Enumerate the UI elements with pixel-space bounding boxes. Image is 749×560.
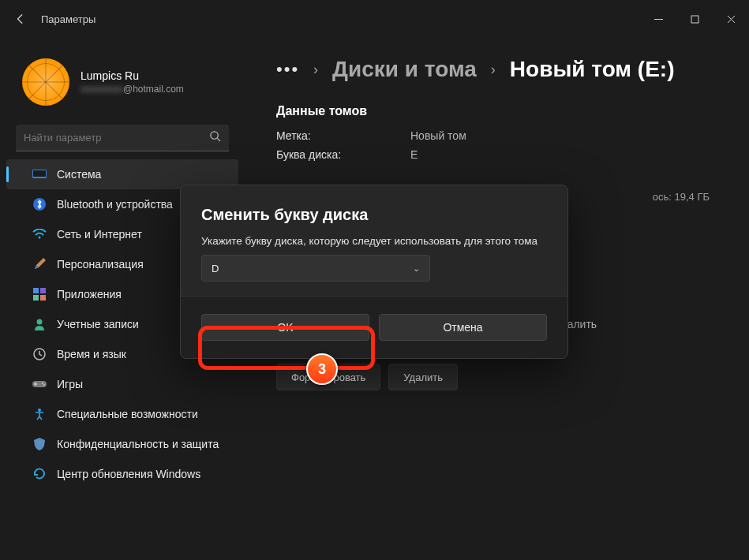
- nav-label: Учетные записи: [35, 318, 139, 330]
- close-button[interactable]: [713, 0, 749, 38]
- titlebar: Параметры: [0, 0, 749, 38]
- clock-icon: [32, 346, 47, 362]
- svg-point-5: [39, 237, 41, 239]
- back-button[interactable]: [14, 13, 27, 25]
- svg-point-13: [42, 383, 43, 384]
- minimize-button[interactable]: [640, 0, 676, 38]
- drive-letter-value: D: [212, 263, 219, 274]
- window-title: Параметры: [41, 13, 95, 25]
- chevron-down-icon: ⌄: [413, 263, 420, 274]
- label-key: Метка:: [276, 129, 363, 142]
- search-box[interactable]: [16, 125, 229, 151]
- breadcrumb: ••• › Диски и тома › Новый том (E:): [276, 57, 717, 82]
- letter-value: E: [410, 148, 418, 161]
- chevron-right-icon: ›: [313, 62, 318, 78]
- svg-point-10: [37, 319, 43, 325]
- dialog-title: Сменить букву диска: [201, 206, 547, 224]
- nav-label: Центр обновления Windows: [35, 468, 200, 480]
- chevron-right-icon: ›: [491, 62, 496, 78]
- svg-rect-3: [33, 170, 46, 177]
- nav-label: Bluetooth и устройства: [35, 198, 173, 211]
- maximize-button[interactable]: [676, 0, 713, 38]
- person-icon: [32, 316, 47, 332]
- breadcrumb-current: Новый том (E:): [510, 57, 675, 82]
- profile-name: Lumpics Ru: [81, 69, 184, 82]
- search-icon: [209, 130, 221, 145]
- nav-label: Приложения: [35, 288, 122, 301]
- drive-letter-select[interactable]: D ⌄: [201, 255, 430, 282]
- change-drive-letter-dialog: Сменить букву диска Укажите букву диска,…: [180, 185, 568, 359]
- nav-label: Конфиденциальность и защита: [35, 438, 219, 450]
- system-icon: [32, 166, 47, 182]
- svg-point-15: [38, 409, 41, 412]
- svg-rect-9: [40, 295, 46, 301]
- apps-icon: [32, 286, 47, 302]
- nav-update[interactable]: Центр обновления Windows: [0, 459, 245, 489]
- shield-icon: [32, 436, 47, 452]
- letter-key: Буква диска:: [276, 148, 363, 161]
- svg-point-1: [211, 132, 218, 139]
- nav-label: Персонализация: [35, 258, 144, 271]
- gamepad-icon: [32, 376, 47, 392]
- svg-rect-8: [33, 295, 39, 301]
- nav-privacy[interactable]: Конфиденциальность и защита: [0, 429, 245, 459]
- svg-rect-7: [40, 288, 46, 293]
- nav-gaming[interactable]: Игры: [0, 369, 245, 399]
- dialog-subtitle: Укажите букву диска, которую следует исп…: [201, 235, 547, 247]
- volume-data-heading: Данные томов: [276, 104, 717, 118]
- nav-label: Время и язык: [35, 348, 126, 360]
- nav-label: Специальные возможности: [35, 408, 198, 420]
- delete-button[interactable]: Удалить: [388, 364, 458, 390]
- profile[interactable]: Lumpics Ru xxxxxxxxx@hotmail.com: [0, 50, 245, 121]
- label-value: Новый том: [410, 129, 466, 142]
- avatar: [22, 58, 69, 106]
- update-icon: [32, 466, 47, 482]
- annotation-step-badge: 3: [306, 353, 338, 385]
- nav-accessibility[interactable]: Специальные возможности: [0, 399, 245, 429]
- cancel-button[interactable]: Отмена: [379, 314, 547, 341]
- wifi-icon: [32, 226, 47, 242]
- brush-icon: [32, 256, 47, 272]
- svg-rect-6: [33, 288, 39, 293]
- breadcrumb-more[interactable]: •••: [276, 59, 299, 80]
- search-input[interactable]: [24, 132, 209, 144]
- svg-point-14: [43, 384, 45, 386]
- breadcrumb-parent[interactable]: Диски и тома: [332, 57, 477, 82]
- bluetooth-icon: [32, 196, 47, 212]
- svg-rect-0: [691, 16, 698, 23]
- nav-label: Сеть и Интернет: [35, 228, 142, 241]
- accessibility-icon: [32, 406, 47, 422]
- ok-button[interactable]: OK: [201, 314, 369, 341]
- profile-email: xxxxxxxxx@hotmail.com: [81, 84, 184, 95]
